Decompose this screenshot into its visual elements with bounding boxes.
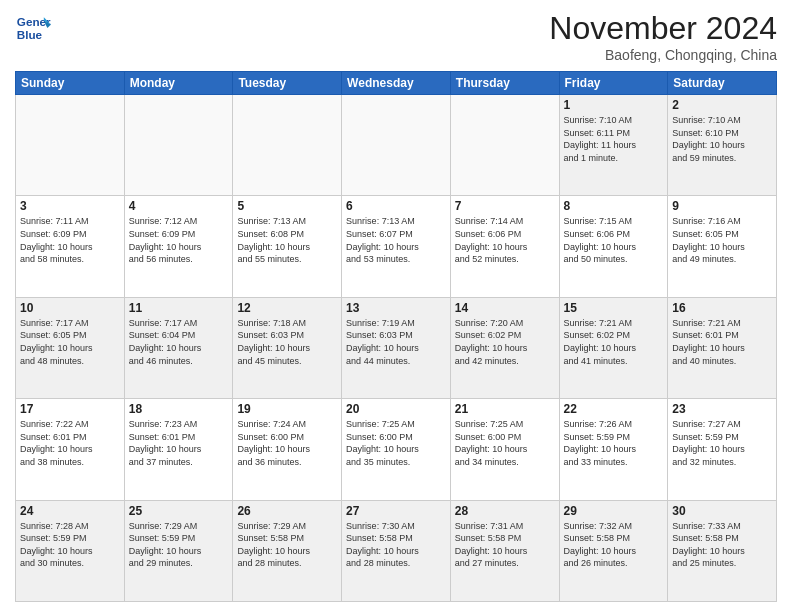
calendar-cell: 25Sunrise: 7:29 AM Sunset: 5:59 PM Dayli… (124, 500, 233, 601)
day-info: Sunrise: 7:26 AM Sunset: 5:59 PM Dayligh… (564, 418, 664, 468)
day-info: Sunrise: 7:12 AM Sunset: 6:09 PM Dayligh… (129, 215, 229, 265)
day-number: 21 (455, 402, 555, 416)
location: Baofeng, Chongqing, China (549, 47, 777, 63)
calendar-cell: 8Sunrise: 7:15 AM Sunset: 6:06 PM Daylig… (559, 196, 668, 297)
day-info: Sunrise: 7:11 AM Sunset: 6:09 PM Dayligh… (20, 215, 120, 265)
calendar-week-row: 10Sunrise: 7:17 AM Sunset: 6:05 PM Dayli… (16, 297, 777, 398)
day-number: 27 (346, 504, 446, 518)
title-area: November 2024 Baofeng, Chongqing, China (549, 10, 777, 63)
calendar-cell (16, 95, 125, 196)
logo: General Blue (15, 10, 51, 46)
day-info: Sunrise: 7:13 AM Sunset: 6:08 PM Dayligh… (237, 215, 337, 265)
day-number: 24 (20, 504, 120, 518)
day-number: 30 (672, 504, 772, 518)
calendar-cell: 20Sunrise: 7:25 AM Sunset: 6:00 PM Dayli… (342, 399, 451, 500)
weekday-header: Thursday (450, 72, 559, 95)
day-info: Sunrise: 7:19 AM Sunset: 6:03 PM Dayligh… (346, 317, 446, 367)
day-number: 26 (237, 504, 337, 518)
calendar-cell (450, 95, 559, 196)
day-number: 18 (129, 402, 229, 416)
calendar-cell: 5Sunrise: 7:13 AM Sunset: 6:08 PM Daylig… (233, 196, 342, 297)
calendar-cell: 10Sunrise: 7:17 AM Sunset: 6:05 PM Dayli… (16, 297, 125, 398)
calendar-week-row: 3Sunrise: 7:11 AM Sunset: 6:09 PM Daylig… (16, 196, 777, 297)
calendar-cell: 4Sunrise: 7:12 AM Sunset: 6:09 PM Daylig… (124, 196, 233, 297)
page: General Blue November 2024 Baofeng, Chon… (0, 0, 792, 612)
calendar-cell: 9Sunrise: 7:16 AM Sunset: 6:05 PM Daylig… (668, 196, 777, 297)
day-number: 11 (129, 301, 229, 315)
calendar-cell: 7Sunrise: 7:14 AM Sunset: 6:06 PM Daylig… (450, 196, 559, 297)
day-info: Sunrise: 7:14 AM Sunset: 6:06 PM Dayligh… (455, 215, 555, 265)
day-info: Sunrise: 7:13 AM Sunset: 6:07 PM Dayligh… (346, 215, 446, 265)
calendar-cell: 22Sunrise: 7:26 AM Sunset: 5:59 PM Dayli… (559, 399, 668, 500)
header: General Blue November 2024 Baofeng, Chon… (15, 10, 777, 63)
calendar-week-row: 1Sunrise: 7:10 AM Sunset: 6:11 PM Daylig… (16, 95, 777, 196)
day-info: Sunrise: 7:27 AM Sunset: 5:59 PM Dayligh… (672, 418, 772, 468)
calendar-cell: 19Sunrise: 7:24 AM Sunset: 6:00 PM Dayli… (233, 399, 342, 500)
day-info: Sunrise: 7:16 AM Sunset: 6:05 PM Dayligh… (672, 215, 772, 265)
day-number: 28 (455, 504, 555, 518)
day-number: 2 (672, 98, 772, 112)
day-info: Sunrise: 7:23 AM Sunset: 6:01 PM Dayligh… (129, 418, 229, 468)
weekday-header: Tuesday (233, 72, 342, 95)
day-number: 3 (20, 199, 120, 213)
day-number: 23 (672, 402, 772, 416)
day-number: 7 (455, 199, 555, 213)
calendar-week-row: 17Sunrise: 7:22 AM Sunset: 6:01 PM Dayli… (16, 399, 777, 500)
calendar-cell: 26Sunrise: 7:29 AM Sunset: 5:58 PM Dayli… (233, 500, 342, 601)
calendar-cell: 2Sunrise: 7:10 AM Sunset: 6:10 PM Daylig… (668, 95, 777, 196)
day-number: 19 (237, 402, 337, 416)
calendar-cell: 24Sunrise: 7:28 AM Sunset: 5:59 PM Dayli… (16, 500, 125, 601)
day-info: Sunrise: 7:17 AM Sunset: 6:05 PM Dayligh… (20, 317, 120, 367)
day-number: 9 (672, 199, 772, 213)
calendar-cell (124, 95, 233, 196)
month-title: November 2024 (549, 10, 777, 47)
calendar-cell: 1Sunrise: 7:10 AM Sunset: 6:11 PM Daylig… (559, 95, 668, 196)
day-info: Sunrise: 7:25 AM Sunset: 6:00 PM Dayligh… (346, 418, 446, 468)
calendar-table: SundayMondayTuesdayWednesdayThursdayFrid… (15, 71, 777, 602)
calendar-cell: 12Sunrise: 7:18 AM Sunset: 6:03 PM Dayli… (233, 297, 342, 398)
calendar-cell: 13Sunrise: 7:19 AM Sunset: 6:03 PM Dayli… (342, 297, 451, 398)
day-info: Sunrise: 7:20 AM Sunset: 6:02 PM Dayligh… (455, 317, 555, 367)
calendar-week-row: 24Sunrise: 7:28 AM Sunset: 5:59 PM Dayli… (16, 500, 777, 601)
day-info: Sunrise: 7:32 AM Sunset: 5:58 PM Dayligh… (564, 520, 664, 570)
weekday-header: Friday (559, 72, 668, 95)
day-info: Sunrise: 7:33 AM Sunset: 5:58 PM Dayligh… (672, 520, 772, 570)
day-number: 15 (564, 301, 664, 315)
day-info: Sunrise: 7:22 AM Sunset: 6:01 PM Dayligh… (20, 418, 120, 468)
weekday-header: Wednesday (342, 72, 451, 95)
day-info: Sunrise: 7:10 AM Sunset: 6:10 PM Dayligh… (672, 114, 772, 164)
day-info: Sunrise: 7:15 AM Sunset: 6:06 PM Dayligh… (564, 215, 664, 265)
day-number: 6 (346, 199, 446, 213)
day-info: Sunrise: 7:29 AM Sunset: 5:58 PM Dayligh… (237, 520, 337, 570)
day-number: 17 (20, 402, 120, 416)
day-number: 5 (237, 199, 337, 213)
calendar-cell (233, 95, 342, 196)
calendar-cell: 21Sunrise: 7:25 AM Sunset: 6:00 PM Dayli… (450, 399, 559, 500)
day-info: Sunrise: 7:30 AM Sunset: 5:58 PM Dayligh… (346, 520, 446, 570)
day-number: 22 (564, 402, 664, 416)
day-info: Sunrise: 7:31 AM Sunset: 5:58 PM Dayligh… (455, 520, 555, 570)
calendar-cell: 27Sunrise: 7:30 AM Sunset: 5:58 PM Dayli… (342, 500, 451, 601)
day-number: 13 (346, 301, 446, 315)
weekday-header: Sunday (16, 72, 125, 95)
calendar-cell: 28Sunrise: 7:31 AM Sunset: 5:58 PM Dayli… (450, 500, 559, 601)
day-info: Sunrise: 7:10 AM Sunset: 6:11 PM Dayligh… (564, 114, 664, 164)
day-info: Sunrise: 7:21 AM Sunset: 6:01 PM Dayligh… (672, 317, 772, 367)
calendar-cell: 16Sunrise: 7:21 AM Sunset: 6:01 PM Dayli… (668, 297, 777, 398)
day-number: 14 (455, 301, 555, 315)
calendar-cell (342, 95, 451, 196)
day-number: 4 (129, 199, 229, 213)
weekday-header: Monday (124, 72, 233, 95)
day-info: Sunrise: 7:29 AM Sunset: 5:59 PM Dayligh… (129, 520, 229, 570)
calendar-cell: 29Sunrise: 7:32 AM Sunset: 5:58 PM Dayli… (559, 500, 668, 601)
calendar-cell: 11Sunrise: 7:17 AM Sunset: 6:04 PM Dayli… (124, 297, 233, 398)
day-number: 1 (564, 98, 664, 112)
day-info: Sunrise: 7:24 AM Sunset: 6:00 PM Dayligh… (237, 418, 337, 468)
day-number: 8 (564, 199, 664, 213)
day-info: Sunrise: 7:28 AM Sunset: 5:59 PM Dayligh… (20, 520, 120, 570)
day-number: 12 (237, 301, 337, 315)
day-info: Sunrise: 7:17 AM Sunset: 6:04 PM Dayligh… (129, 317, 229, 367)
calendar-cell: 18Sunrise: 7:23 AM Sunset: 6:01 PM Dayli… (124, 399, 233, 500)
day-number: 10 (20, 301, 120, 315)
day-info: Sunrise: 7:18 AM Sunset: 6:03 PM Dayligh… (237, 317, 337, 367)
